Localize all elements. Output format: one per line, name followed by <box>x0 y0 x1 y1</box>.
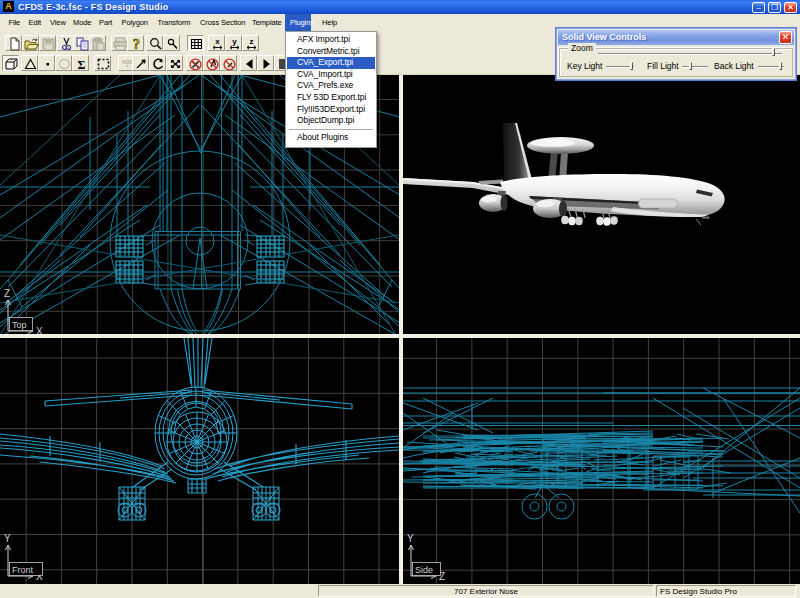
svg-text:Top: Top <box>12 320 27 330</box>
svg-text:y: y <box>232 37 237 46</box>
svg-text:Side: Side <box>415 565 433 575</box>
svg-text:x: x <box>215 37 220 46</box>
svg-text:z: z <box>250 37 254 46</box>
svg-text:X: X <box>36 326 43 334</box>
svg-text:Z: Z <box>4 288 10 299</box>
svg-text:Y: Y <box>407 533 414 544</box>
svg-text:Σ: Σ <box>78 58 86 72</box>
svg-text:Front: Front <box>12 565 34 575</box>
svg-text:Y: Y <box>4 533 11 544</box>
svg-text:?: ? <box>133 37 140 51</box>
